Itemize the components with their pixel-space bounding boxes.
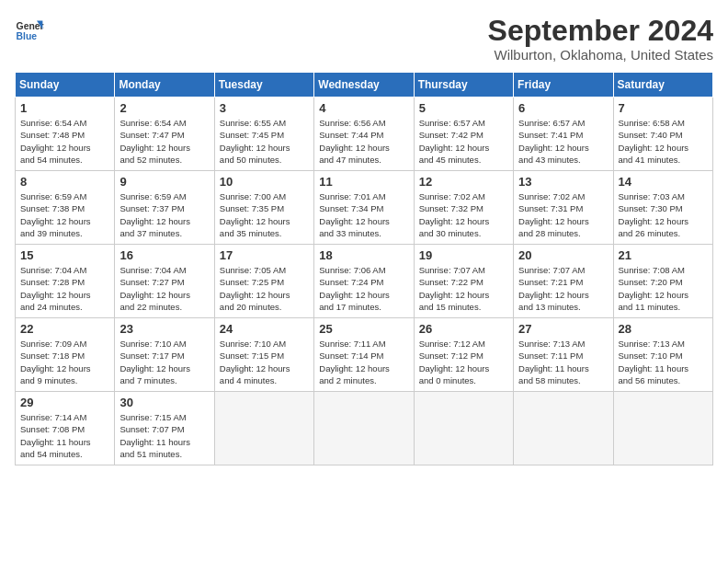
calendar-day: 4Sunrise: 6:56 AM Sunset: 7:44 PM Daylig… [314, 98, 414, 171]
day-info: Sunrise: 7:14 AM Sunset: 7:08 PM Dayligh… [20, 411, 109, 460]
calendar-day: 2Sunrise: 6:54 AM Sunset: 7:47 PM Daylig… [115, 98, 214, 171]
calendar-day: 12Sunrise: 7:02 AM Sunset: 7:32 PM Dayli… [414, 171, 513, 245]
day-info: Sunrise: 7:12 AM Sunset: 7:12 PM Dayligh… [419, 338, 508, 386]
day-number: 6 [518, 101, 608, 115]
day-number: 10 [220, 175, 309, 189]
calendar-day [214, 392, 313, 465]
calendar-day: 6Sunrise: 6:57 AM Sunset: 7:41 PM Daylig… [514, 98, 613, 171]
day-number: 12 [419, 175, 508, 189]
day-number: 7 [619, 101, 708, 115]
day-number: 2 [119, 101, 209, 115]
day-info: Sunrise: 6:57 AM Sunset: 7:42 PM Dayligh… [419, 117, 508, 166]
day-number: 1 [20, 101, 109, 115]
page-header: General Blue September 2024 Wilburton, O… [15, 15, 713, 63]
weekday-header-saturday: Saturday [613, 73, 712, 98]
weekday-header-friday: Friday [514, 73, 613, 98]
calendar-day: 3Sunrise: 6:55 AM Sunset: 7:45 PM Daylig… [214, 98, 313, 171]
weekday-header-sunday: Sunday [16, 73, 115, 98]
day-number: 4 [319, 101, 408, 115]
day-info: Sunrise: 7:02 AM Sunset: 7:32 PM Dayligh… [419, 190, 508, 239]
day-number: 3 [220, 101, 309, 115]
weekday-header-tuesday: Tuesday [214, 73, 313, 98]
calendar-table: SundayMondayTuesdayWednesdayThursdayFrid… [15, 72, 713, 465]
day-number: 15 [20, 248, 109, 262]
day-info: Sunrise: 7:09 AM Sunset: 7:18 PM Dayligh… [20, 338, 109, 386]
day-number: 26 [419, 322, 508, 336]
title-block: September 2024 Wilburton, Oklahoma, Unit… [488, 15, 713, 63]
calendar-day [314, 392, 414, 465]
calendar-day: 8Sunrise: 6:59 AM Sunset: 7:38 PM Daylig… [16, 171, 115, 245]
day-number: 19 [419, 248, 508, 262]
day-number: 9 [119, 175, 209, 189]
calendar-day: 18Sunrise: 7:06 AM Sunset: 7:24 PM Dayli… [314, 245, 414, 318]
day-info: Sunrise: 7:10 AM Sunset: 7:17 PM Dayligh… [119, 338, 209, 386]
day-info: Sunrise: 6:56 AM Sunset: 7:44 PM Dayligh… [319, 117, 408, 166]
day-info: Sunrise: 7:02 AM Sunset: 7:31 PM Dayligh… [518, 190, 608, 239]
day-info: Sunrise: 7:08 AM Sunset: 7:20 PM Dayligh… [619, 264, 708, 313]
calendar-day: 16Sunrise: 7:04 AM Sunset: 7:27 PM Dayli… [115, 245, 214, 318]
day-number: 16 [119, 248, 209, 262]
day-info: Sunrise: 7:07 AM Sunset: 7:22 PM Dayligh… [419, 264, 508, 313]
calendar-week-3: 15Sunrise: 7:04 AM Sunset: 7:28 PM Dayli… [16, 245, 713, 318]
calendar-day: 22Sunrise: 7:09 AM Sunset: 7:18 PM Dayli… [16, 318, 115, 392]
day-info: Sunrise: 6:55 AM Sunset: 7:45 PM Dayligh… [220, 117, 309, 166]
calendar-day: 28Sunrise: 7:13 AM Sunset: 7:10 PM Dayli… [613, 318, 712, 392]
day-number: 20 [518, 248, 608, 262]
calendar-day: 11Sunrise: 7:01 AM Sunset: 7:34 PM Dayli… [314, 171, 414, 245]
day-number: 14 [619, 175, 708, 189]
calendar-day: 15Sunrise: 7:04 AM Sunset: 7:28 PM Dayli… [16, 245, 115, 318]
day-info: Sunrise: 6:54 AM Sunset: 7:47 PM Dayligh… [119, 117, 209, 166]
calendar-day: 5Sunrise: 6:57 AM Sunset: 7:42 PM Daylig… [414, 98, 513, 171]
day-number: 30 [119, 396, 209, 409]
calendar-day [613, 392, 712, 465]
day-number: 13 [518, 175, 608, 189]
location-subtitle: Wilburton, Oklahoma, United States [488, 47, 713, 63]
calendar-day: 14Sunrise: 7:03 AM Sunset: 7:30 PM Dayli… [613, 171, 712, 245]
day-number: 5 [419, 101, 508, 115]
weekday-header-thursday: Thursday [414, 73, 513, 98]
day-number: 25 [319, 322, 408, 336]
logo-icon: General Blue [15, 15, 44, 44]
weekday-header-wednesday: Wednesday [314, 73, 414, 98]
day-info: Sunrise: 6:59 AM Sunset: 7:38 PM Dayligh… [20, 190, 109, 239]
day-info: Sunrise: 7:13 AM Sunset: 7:11 PM Dayligh… [518, 338, 608, 386]
day-number: 11 [319, 175, 408, 189]
day-info: Sunrise: 7:13 AM Sunset: 7:10 PM Dayligh… [619, 338, 708, 386]
weekday-header-row: SundayMondayTuesdayWednesdayThursdayFrid… [16, 73, 713, 98]
logo: General Blue [15, 15, 44, 44]
calendar-day: 7Sunrise: 6:58 AM Sunset: 7:40 PM Daylig… [613, 98, 712, 171]
day-number: 21 [619, 248, 708, 262]
calendar-day: 21Sunrise: 7:08 AM Sunset: 7:20 PM Dayli… [613, 245, 712, 318]
day-info: Sunrise: 7:05 AM Sunset: 7:25 PM Dayligh… [220, 264, 309, 313]
day-info: Sunrise: 7:15 AM Sunset: 7:07 PM Dayligh… [119, 411, 209, 460]
day-info: Sunrise: 7:01 AM Sunset: 7:34 PM Dayligh… [319, 190, 408, 239]
calendar-day: 17Sunrise: 7:05 AM Sunset: 7:25 PM Dayli… [214, 245, 313, 318]
month-title: September 2024 [488, 15, 713, 47]
day-number: 28 [619, 322, 708, 336]
day-info: Sunrise: 7:06 AM Sunset: 7:24 PM Dayligh… [319, 264, 408, 313]
calendar-week-1: 1Sunrise: 6:54 AM Sunset: 7:48 PM Daylig… [16, 98, 713, 171]
calendar-day [414, 392, 513, 465]
calendar-day: 19Sunrise: 7:07 AM Sunset: 7:22 PM Dayli… [414, 245, 513, 318]
day-info: Sunrise: 7:07 AM Sunset: 7:21 PM Dayligh… [518, 264, 608, 313]
calendar-day: 27Sunrise: 7:13 AM Sunset: 7:11 PM Dayli… [514, 318, 613, 392]
day-info: Sunrise: 7:00 AM Sunset: 7:35 PM Dayligh… [220, 190, 309, 239]
day-number: 17 [220, 248, 309, 262]
day-number: 29 [20, 396, 109, 409]
svg-text:Blue: Blue [17, 31, 38, 41]
day-info: Sunrise: 6:54 AM Sunset: 7:48 PM Dayligh… [20, 117, 109, 166]
calendar-day: 20Sunrise: 7:07 AM Sunset: 7:21 PM Dayli… [514, 245, 613, 318]
day-number: 24 [220, 322, 309, 336]
day-info: Sunrise: 7:04 AM Sunset: 7:27 PM Dayligh… [119, 264, 209, 313]
day-info: Sunrise: 6:59 AM Sunset: 7:37 PM Dayligh… [119, 190, 209, 239]
day-number: 23 [119, 322, 209, 336]
calendar-day [514, 392, 613, 465]
day-number: 27 [518, 322, 608, 336]
calendar-day: 26Sunrise: 7:12 AM Sunset: 7:12 PM Dayli… [414, 318, 513, 392]
calendar-day: 29Sunrise: 7:14 AM Sunset: 7:08 PM Dayli… [16, 392, 115, 465]
calendar-week-5: 29Sunrise: 7:14 AM Sunset: 7:08 PM Dayli… [16, 392, 713, 465]
calendar-day: 24Sunrise: 7:10 AM Sunset: 7:15 PM Dayli… [214, 318, 313, 392]
calendar-day: 25Sunrise: 7:11 AM Sunset: 7:14 PM Dayli… [314, 318, 414, 392]
day-number: 8 [20, 175, 109, 189]
day-info: Sunrise: 6:57 AM Sunset: 7:41 PM Dayligh… [518, 117, 608, 166]
